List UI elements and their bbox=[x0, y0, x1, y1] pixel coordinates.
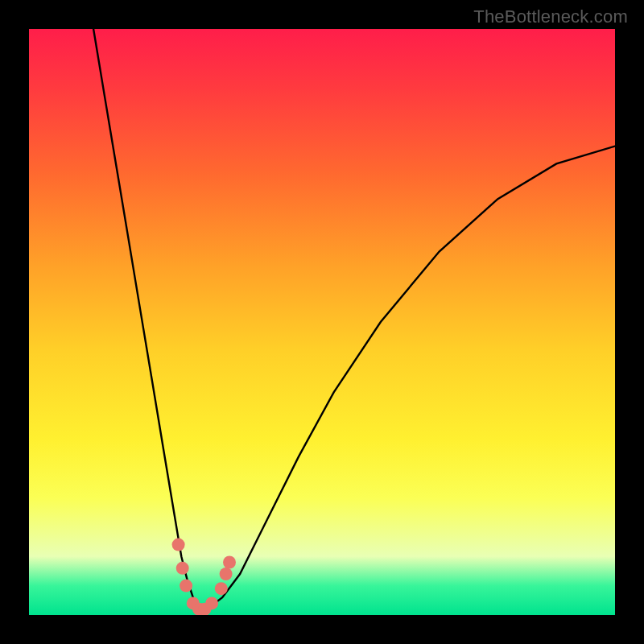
watermark-text: TheBottleneck.com bbox=[473, 6, 628, 27]
curve-marker bbox=[223, 556, 236, 569]
curve-marker bbox=[205, 597, 218, 609]
plot-area bbox=[29, 29, 615, 615]
chart-frame: TheBottleneck.com bbox=[0, 0, 644, 644]
curve-marker bbox=[176, 562, 189, 575]
curve-marker bbox=[172, 539, 185, 551]
curve-layer bbox=[29, 29, 615, 615]
curve-marker bbox=[180, 580, 192, 592]
curve-marker bbox=[220, 568, 233, 580]
marker-group bbox=[172, 539, 236, 615]
curve-marker bbox=[215, 582, 228, 595]
bottleneck-curve bbox=[93, 29, 615, 609]
